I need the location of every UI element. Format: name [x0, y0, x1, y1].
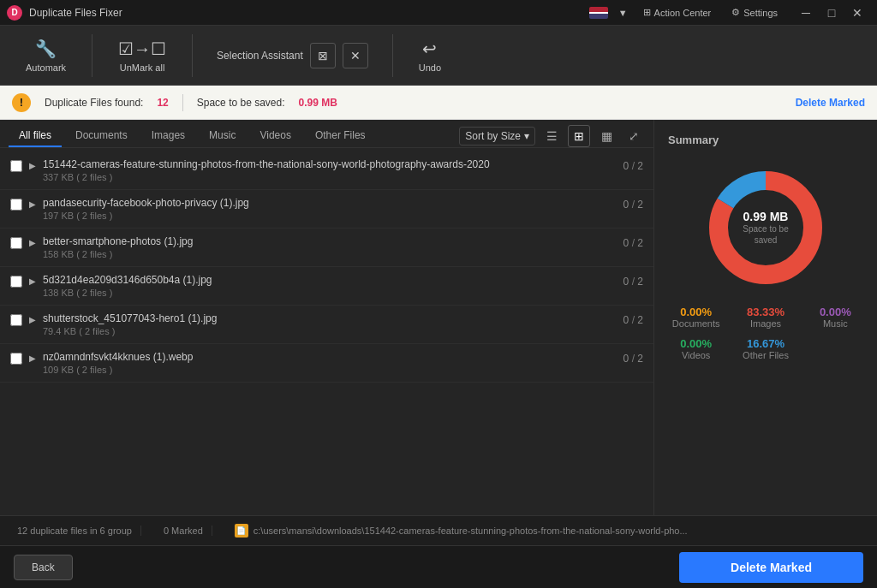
right-panel: Summary 0.99 MB Space to be saved 0.00% …	[654, 120, 877, 515]
donut-chart: 0.99 MB Space to be saved	[701, 163, 830, 292]
selection-icon-2[interactable]: ✕	[343, 43, 368, 68]
maximize-button[interactable]: □	[819, 0, 844, 26]
tabs-right-controls: Sort by Size ▾ ☰ ⊞ ▦ ⤢	[459, 125, 645, 147]
expand-icon-3[interactable]: ▶	[29, 276, 36, 286]
file-name-5: nz0amndnfsvkt4kknues (1).webp	[43, 351, 531, 363]
file-checkbox-5[interactable]	[10, 353, 22, 365]
selection-icon-1[interactable]: ⊠	[310, 43, 336, 68]
tab-images[interactable]: Images	[141, 125, 195, 147]
expand-icon-2[interactable]: ▶	[29, 238, 36, 247]
toolbar: 🔧 Automark ☑→☐ UnMark all Selection Assi…	[0, 26, 877, 86]
dup-summary-text: 12 duplicate files in 6 group	[17, 526, 132, 536]
action-center-button[interactable]: ⊞ Action Center	[638, 5, 717, 20]
tab-documents[interactable]: Documents	[65, 125, 138, 147]
chevron-down-icon: ▾	[524, 130, 529, 142]
file-icon: 📄	[235, 524, 248, 538]
table-row: ▶ shutterstock_451077043-hero1 (1).jpg 7…	[0, 306, 653, 344]
stat-images: 83.33% Images	[737, 306, 793, 329]
app-icon: D	[7, 5, 22, 21]
file-checkbox-3[interactable]	[10, 276, 22, 288]
file-meta-1: 197 KB ( 2 files )	[43, 211, 617, 221]
unmark-icon: ☑→☐	[118, 39, 166, 59]
table-row: ▶ nz0amndnfsvkt4kknues (1).webp 109 KB (…	[0, 344, 653, 383]
stat-documents: 0.00% Documents	[668, 306, 724, 329]
donut-center: 0.99 MB Space to be saved	[734, 210, 798, 246]
file-count-1: 0 / 2	[623, 199, 643, 211]
space-label: Space to be saved:	[197, 97, 285, 109]
undo-icon: ↩	[422, 39, 437, 59]
stat-label-videos: Videos	[668, 350, 724, 360]
file-meta-0: 337 KB ( 2 files )	[43, 172, 617, 182]
toolbar-separator-2	[192, 34, 193, 77]
table-row: ▶ pandasecurity-facebook-photo-privacy (…	[0, 190, 653, 229]
minimize-button[interactable]: ─	[793, 0, 819, 26]
stat-label-images: Images	[737, 318, 793, 329]
statusbar: 12 duplicate files in 6 group 0 Marked 📄…	[0, 515, 877, 545]
detail-view-button[interactable]: ⊞	[568, 125, 590, 147]
settings-button[interactable]: ⚙ Settings	[726, 5, 783, 20]
stat-label-music: Music	[808, 318, 863, 329]
flag-dropdown[interactable]: ▼	[618, 8, 628, 18]
duplicate-label: Duplicate Files found:	[45, 97, 143, 109]
close-button[interactable]: ✕	[844, 0, 870, 26]
tab-other-files[interactable]: Other Files	[305, 125, 376, 147]
warning-icon: !	[12, 93, 31, 112]
tab-all-files[interactable]: All files	[9, 125, 62, 147]
grid-icon: ⊞	[643, 7, 651, 18]
infobar: ! Duplicate Files found: 12 Space to be …	[0, 86, 877, 120]
file-info-0: 151442-cameras-feature-stunning-photos-f…	[43, 158, 617, 182]
app-title: Duplicate Files Fixer	[29, 7, 589, 19]
tab-music[interactable]: Music	[199, 125, 246, 147]
toolbar-separator	[92, 34, 92, 77]
table-row: ▶ 5d321d4ea209d3146d650b4a (1).jpg 138 K…	[0, 267, 653, 306]
status-marked: 0 Marked	[155, 526, 212, 536]
delete-marked-link[interactable]: Delete Marked	[796, 97, 865, 109]
flag-icon	[589, 7, 608, 19]
file-checkbox-1[interactable]	[10, 199, 22, 211]
tabs-row: All files Documents Images Music Videos …	[0, 120, 653, 148]
list-view-button[interactable]: ☰	[540, 125, 563, 147]
status-filepath: 📄 c:\users\mansi\downloads\151442-camera…	[226, 524, 696, 538]
stat-label-other: Other Files	[737, 350, 793, 360]
back-button[interactable]: Back	[14, 555, 73, 580]
left-panel: All files Documents Images Music Videos …	[0, 120, 654, 515]
selection-assistant-label: Selection Assistant	[217, 50, 303, 62]
file-checkbox-4[interactable]	[10, 314, 22, 326]
file-checkbox-0[interactable]	[10, 160, 22, 172]
grid-view-button[interactable]: ▦	[595, 125, 617, 147]
title-right-controls: ▼ ⊞ Action Center ⚙ Settings ─ □ ✕	[589, 0, 870, 26]
unmark-all-button[interactable]: ☑→☐ UnMark all	[106, 33, 178, 78]
stat-pct-other: 16.67%	[737, 337, 793, 350]
expand-icon-0[interactable]: ▶	[29, 161, 36, 170]
expand-icon-1[interactable]: ▶	[29, 199, 36, 209]
file-count-2: 0 / 2	[623, 237, 643, 249]
stat-other: 16.67% Other Files	[737, 337, 793, 360]
space-value: 0.99 MB	[299, 97, 337, 109]
table-row: ▶ better-smartphone-photos (1).jpg 158 K…	[0, 229, 653, 267]
marked-text: 0 Marked	[164, 526, 203, 536]
stat-pct-images: 83.33%	[737, 306, 793, 318]
file-name-3: 5d321d4ea209d3146d650b4a (1).jpg	[43, 274, 531, 286]
info-separator	[182, 94, 183, 111]
file-meta-5: 109 KB ( 2 files )	[43, 365, 617, 375]
duplicate-count: 12	[157, 97, 168, 109]
summary-title: Summary	[668, 134, 719, 146]
expand-icon-4[interactable]: ▶	[29, 315, 36, 324]
stat-pct-music: 0.00%	[808, 306, 863, 318]
automark-icon: 🔧	[35, 39, 57, 59]
expand-view-button[interactable]: ⤢	[623, 125, 645, 147]
expand-icon-5[interactable]: ▶	[29, 353, 36, 363]
undo-button[interactable]: ↩ Undo	[407, 33, 453, 78]
sort-by-button[interactable]: Sort by Size ▾	[459, 127, 535, 146]
file-meta-4: 79.4 KB ( 2 files )	[43, 326, 617, 336]
file-info-4: shutterstock_451077043-hero1 (1).jpg 79.…	[43, 312, 617, 336]
file-checkbox-2[interactable]	[10, 237, 22, 249]
sort-by-label: Sort by Size	[465, 130, 521, 142]
file-name-4: shutterstock_451077043-hero1 (1).jpg	[43, 312, 531, 324]
stat-music: 0.00% Music	[808, 306, 863, 329]
tab-videos[interactable]: Videos	[249, 125, 301, 147]
delete-marked-button[interactable]: Delete Marked	[679, 552, 863, 583]
automark-button[interactable]: 🔧 Automark	[14, 33, 78, 78]
file-info-2: better-smartphone-photos (1).jpg 158 KB …	[43, 235, 617, 259]
stat-pct-videos: 0.00%	[668, 337, 724, 350]
